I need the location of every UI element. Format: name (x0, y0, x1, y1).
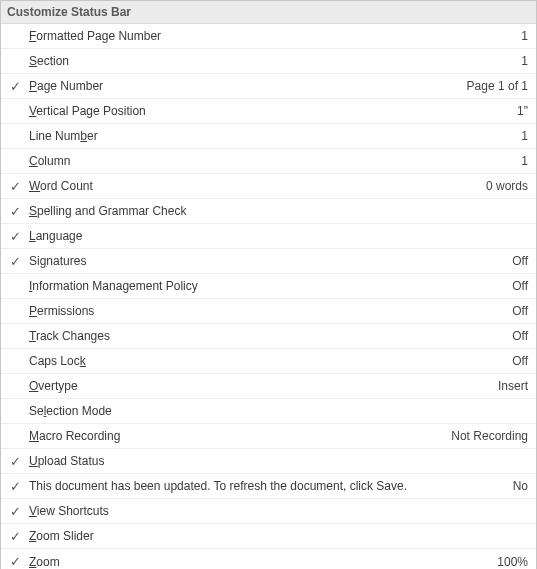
menu-item[interactable]: ✓Upload Status (1, 449, 536, 474)
menu-item[interactable]: Track ChangesOff (1, 324, 536, 349)
check-icon: ✓ (1, 479, 29, 494)
menu-item[interactable]: PermissionsOff (1, 299, 536, 324)
menu-item[interactable]: ✓Zoom Slider (1, 524, 536, 549)
menu-item-label: Macro Recording (29, 429, 443, 443)
menu-item-label: Language (29, 229, 520, 243)
menu-item-value: Off (504, 254, 528, 268)
menu-item-label: This document has been updated. To refre… (29, 479, 505, 493)
menu-item-label: Line Number (29, 129, 513, 143)
menu-item-label: Word Count (29, 179, 478, 193)
menu-item-label: Column (29, 154, 513, 168)
menu-item-label: Information Management Policy (29, 279, 504, 293)
menu-item[interactable]: Selection Mode (1, 399, 536, 424)
menu-item-label: View Shortcuts (29, 504, 520, 518)
menu-item[interactable]: Column1 (1, 149, 536, 174)
menu-item-value: No (505, 479, 528, 493)
menu-item-value: Off (504, 304, 528, 318)
menu-item-value: 100% (489, 555, 528, 569)
menu-item-label: Signatures (29, 254, 504, 268)
menu-item[interactable]: ✓Zoom100% (1, 549, 536, 569)
check-icon: ✓ (1, 529, 29, 544)
check-icon: ✓ (1, 554, 29, 569)
menu-item[interactable]: ✓Page NumberPage 1 of 1 (1, 74, 536, 99)
menu-item-label: Vertical Page Position (29, 104, 509, 118)
menu-item-value: 0 words (478, 179, 528, 193)
menu-item[interactable]: Caps LockOff (1, 349, 536, 374)
check-icon: ✓ (1, 79, 29, 94)
menu-item-value: 1 (513, 129, 528, 143)
menu-item[interactable]: Section1 (1, 49, 536, 74)
panel-title: Customize Status Bar (1, 1, 536, 24)
check-icon: ✓ (1, 504, 29, 519)
menu-item-label: Zoom (29, 555, 489, 569)
menu-item-value: Not Recording (443, 429, 528, 443)
menu-item-label: Section (29, 54, 513, 68)
menu-item-label: Permissions (29, 304, 504, 318)
menu-item-value: 1 (513, 54, 528, 68)
menu-item-value: Page 1 of 1 (459, 79, 528, 93)
check-icon: ✓ (1, 229, 29, 244)
menu-item[interactable]: ✓Language (1, 224, 536, 249)
menu-item-label: Caps Lock (29, 354, 504, 368)
menu-item-value: 1 (513, 29, 528, 43)
menu-item-label: Selection Mode (29, 404, 520, 418)
menu-item-value: Off (504, 279, 528, 293)
check-icon: ✓ (1, 454, 29, 469)
menu-item-value: 1 (513, 154, 528, 168)
menu-item[interactable]: Line Number1 (1, 124, 536, 149)
menu-item-label: Upload Status (29, 454, 520, 468)
menu-items-container: Formatted Page Number1Section1✓Page Numb… (1, 24, 536, 569)
check-icon: ✓ (1, 179, 29, 194)
menu-item-label: Spelling and Grammar Check (29, 204, 520, 218)
check-icon: ✓ (1, 254, 29, 269)
menu-item-value: Insert (490, 379, 528, 393)
menu-item[interactable]: ✓SignaturesOff (1, 249, 536, 274)
menu-item-label: Formatted Page Number (29, 29, 513, 43)
menu-item-value: 1" (509, 104, 528, 118)
menu-item-label: Page Number (29, 79, 459, 93)
menu-item-label: Track Changes (29, 329, 504, 343)
menu-item[interactable]: ✓This document has been updated. To refr… (1, 474, 536, 499)
menu-item-label: Overtype (29, 379, 490, 393)
menu-item[interactable]: Macro RecordingNot Recording (1, 424, 536, 449)
menu-item[interactable]: ✓Spelling and Grammar Check (1, 199, 536, 224)
menu-item-value: Off (504, 329, 528, 343)
check-icon: ✓ (1, 204, 29, 219)
customize-status-bar-panel: Customize Status Bar Formatted Page Numb… (0, 0, 537, 569)
menu-item[interactable]: ✓View Shortcuts (1, 499, 536, 524)
menu-item-value: Off (504, 354, 528, 368)
menu-item[interactable]: ✓Word Count0 words (1, 174, 536, 199)
menu-item[interactable]: Formatted Page Number1 (1, 24, 536, 49)
menu-item[interactable]: OvertypeInsert (1, 374, 536, 399)
menu-item[interactable]: Vertical Page Position1" (1, 99, 536, 124)
menu-item[interactable]: Information Management PolicyOff (1, 274, 536, 299)
menu-item-label: Zoom Slider (29, 529, 520, 543)
